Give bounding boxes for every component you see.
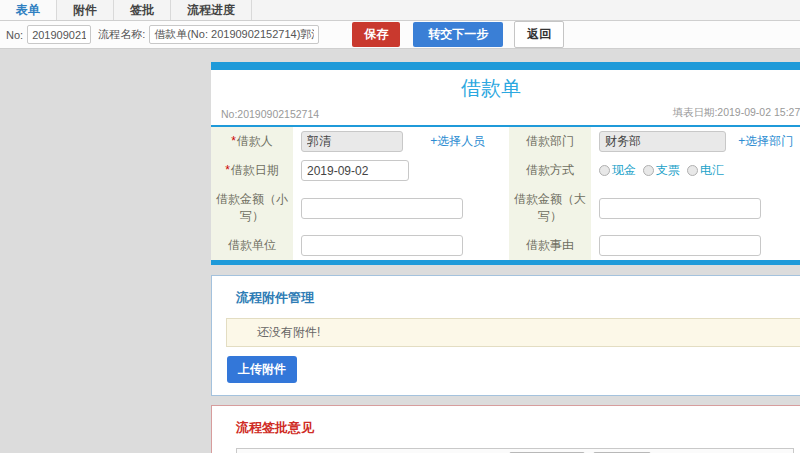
radio-cash-label: 现金 xyxy=(612,162,636,179)
required-asterisk: * xyxy=(225,163,230,177)
approval-heading: 流程签批意见 xyxy=(226,419,800,437)
form-no-text: No:20190902152714 xyxy=(221,108,319,120)
table-row: *借款日期 借款方式 现金 支票 xyxy=(211,156,800,185)
amount-small-label: 借款金额（小写） xyxy=(211,185,293,231)
borrow-method-label: 借款方式 xyxy=(509,156,591,185)
panel-top-bar xyxy=(211,62,800,70)
radio-wire-transfer[interactable] xyxy=(687,165,698,176)
form-date-text: 填表日期:2019-09-02 15:27:1 xyxy=(672,106,800,120)
forward-next-step-button[interactable]: 转交下一步 xyxy=(413,22,503,47)
no-label: No: xyxy=(6,29,23,41)
form-title: 借款单 xyxy=(211,70,800,104)
radio-cash[interactable] xyxy=(599,165,610,176)
approval-panel: 流程签批意见 B I abc xyxy=(211,405,800,453)
radio-cheque[interactable] xyxy=(643,165,654,176)
tab-bar: 表单 附件 签批 流程进度 xyxy=(0,0,800,21)
select-department-link[interactable]: +选择部门 xyxy=(738,134,793,148)
workflow-form-app: 表单 附件 签批 流程进度 No: 流程名称: 保存 转交下一步 返回 借款单 … xyxy=(0,0,800,453)
loan-form-table: *借款人 +选择人员 借款部门 +选择部门 xyxy=(211,127,800,260)
process-name-input[interactable] xyxy=(149,25,319,44)
table-row: 借款单位 借款事由 xyxy=(211,231,800,260)
amount-small-input[interactable] xyxy=(301,198,463,219)
table-row: *借款人 +选择人员 借款部门 +选择部门 xyxy=(211,127,800,156)
process-name-label: 流程名称: xyxy=(98,27,145,42)
borrow-method-radios: 现金 支票 电汇 xyxy=(599,162,800,179)
editor-toolbar: B I abc xyxy=(237,449,793,453)
form-meta-row: No:20190902152714 填表日期:2019-09-02 15:27:… xyxy=(211,104,800,127)
content-area: 借款单 No:20190902152714 填表日期:2019-09-02 15… xyxy=(0,49,800,453)
upload-attachment-button[interactable]: 上传附件 xyxy=(227,356,297,383)
borrower-input[interactable] xyxy=(301,131,403,152)
save-button[interactable]: 保存 xyxy=(352,22,400,47)
no-input[interactable] xyxy=(27,25,91,44)
table-row: 借款金额（小写） 借款金额（大写） xyxy=(211,185,800,231)
panel-bottom-bar xyxy=(211,260,800,265)
amount-big-input[interactable] xyxy=(599,198,761,219)
no-attachment-message: 还没有附件! xyxy=(226,318,800,347)
tab-approvals[interactable]: 签批 xyxy=(114,0,171,20)
back-button[interactable]: 返回 xyxy=(514,21,564,48)
attachment-heading: 流程附件管理 xyxy=(226,289,800,307)
borrow-date-input[interactable] xyxy=(301,160,409,181)
loan-form-panel: 借款单 No:20190902152714 填表日期:2019-09-02 15… xyxy=(211,62,800,265)
department-label: 借款部门 xyxy=(509,127,591,156)
select-person-link[interactable]: +选择人员 xyxy=(430,134,485,148)
borrow-reason-input[interactable] xyxy=(599,235,761,256)
tab-form[interactable]: 表单 xyxy=(0,0,57,20)
radio-cheque-label: 支票 xyxy=(656,162,680,179)
borrow-date-label: *借款日期 xyxy=(211,156,293,185)
borrow-unit-label: 借款单位 xyxy=(211,231,293,260)
rich-text-editor: B I abc xyxy=(236,448,794,453)
borrower-label: *借款人 xyxy=(211,127,293,156)
tab-attachments[interactable]: 附件 xyxy=(57,0,114,20)
tab-process-progress[interactable]: 流程进度 xyxy=(171,0,252,20)
attachment-panel: 流程附件管理 还没有附件! 上传附件 xyxy=(211,275,800,396)
department-input[interactable] xyxy=(599,131,726,152)
action-toolbar: No: 流程名称: 保存 转交下一步 返回 xyxy=(0,21,800,49)
borrow-reason-label: 借款事由 xyxy=(509,231,591,260)
amount-big-label: 借款金额（大写） xyxy=(509,185,591,231)
required-asterisk: * xyxy=(231,134,236,148)
radio-wire-transfer-label: 电汇 xyxy=(700,162,724,179)
borrow-unit-input[interactable] xyxy=(301,235,463,256)
